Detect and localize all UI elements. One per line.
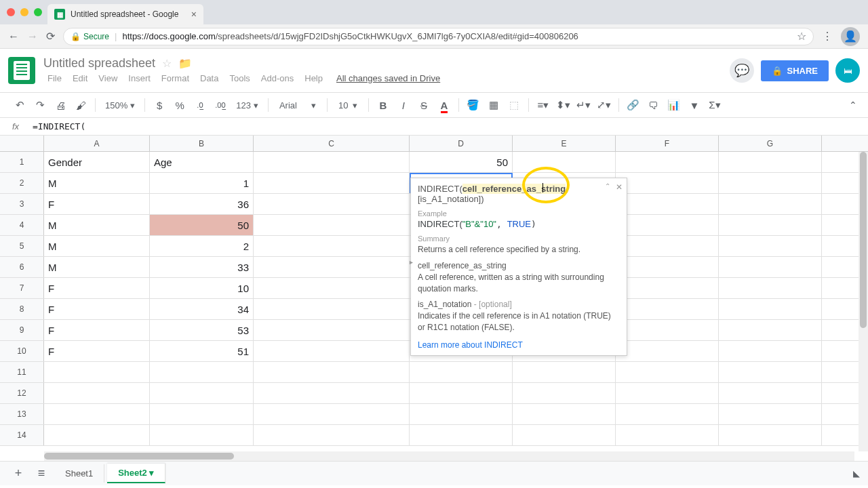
strikethrough-icon[interactable]: S — [415, 96, 433, 114]
menu-data[interactable]: Data — [196, 72, 222, 85]
cell[interactable] — [513, 425, 616, 445]
bookmark-icon[interactable]: ☆ — [797, 30, 806, 43]
cell[interactable] — [513, 362, 616, 382]
v-scrollbar[interactable] — [859, 152, 868, 451]
maximize-window-icon[interactable] — [34, 8, 42, 16]
cell[interactable] — [254, 236, 410, 256]
cell[interactable] — [150, 404, 254, 424]
cell[interactable]: 10 — [150, 278, 254, 298]
col-header[interactable]: A — [44, 136, 150, 151]
sheet-tab-active[interactable]: Sheet2 ▾ — [107, 464, 165, 483]
sheets-logo-icon[interactable] — [8, 57, 35, 84]
cell[interactable] — [254, 362, 410, 382]
redo-icon[interactable]: ↷ — [31, 96, 49, 114]
cell[interactable] — [616, 278, 719, 298]
row-header[interactable]: 14 — [0, 425, 44, 445]
cell[interactable] — [254, 383, 410, 403]
cell[interactable]: 33 — [150, 257, 254, 277]
spreadsheet-grid[interactable]: A B C D E F G 1GenderAge502M1=INDIRECT(3… — [0, 136, 868, 461]
col-header[interactable]: G — [719, 136, 822, 151]
cell[interactable] — [616, 320, 719, 340]
cell[interactable] — [150, 425, 254, 445]
cell[interactable] — [150, 362, 254, 382]
cell[interactable] — [616, 362, 719, 382]
cell[interactable] — [410, 362, 513, 382]
cell[interactable] — [513, 383, 616, 403]
cell[interactable] — [513, 404, 616, 424]
cell[interactable] — [44, 362, 150, 382]
h-align-icon[interactable]: ≡▾ — [534, 96, 552, 114]
cell[interactable] — [410, 404, 513, 424]
functions-icon[interactable]: Σ▾ — [706, 96, 724, 114]
insert-comment-icon[interactable]: 🗨 — [645, 96, 663, 114]
row-header[interactable]: 5 — [0, 236, 44, 256]
currency-icon[interactable]: $ — [151, 96, 168, 114]
fill-color-icon[interactable]: 🪣 — [465, 96, 482, 114]
add-sheet-icon[interactable]: + — [8, 464, 28, 484]
menu-format[interactable]: Format — [157, 72, 193, 85]
cell[interactable]: 50 — [150, 215, 254, 235]
cell[interactable]: 2 — [150, 236, 254, 256]
cell[interactable] — [719, 152, 822, 172]
cell[interactable] — [616, 173, 719, 193]
cell[interactable]: 53 — [150, 320, 254, 340]
menu-tools[interactable]: Tools — [225, 72, 254, 85]
star-doc-icon[interactable]: ☆ — [162, 57, 172, 70]
cell[interactable] — [616, 152, 719, 172]
cell[interactable] — [254, 152, 410, 172]
cell[interactable] — [616, 341, 719, 361]
filter-icon[interactable]: ▼ — [686, 96, 703, 114]
row-header[interactable]: 13 — [0, 404, 44, 424]
move-folder-icon[interactable]: 📁 — [178, 57, 192, 70]
cell[interactable] — [719, 257, 822, 277]
back-icon[interactable]: ← — [8, 30, 19, 43]
cell[interactable] — [254, 299, 410, 319]
v-align-icon[interactable]: ⬍▾ — [555, 96, 572, 114]
menu-addons[interactable]: Add-ons — [257, 72, 298, 85]
cell[interactable] — [44, 404, 150, 424]
cell[interactable] — [719, 362, 822, 382]
cell[interactable] — [616, 215, 719, 235]
col-header[interactable]: C — [254, 136, 410, 151]
percent-icon[interactable]: % — [171, 96, 189, 114]
browser-menu-icon[interactable]: ⋮ — [822, 30, 833, 43]
cell[interactable] — [719, 236, 822, 256]
h-scrollbar[interactable] — [44, 451, 854, 461]
cell[interactable] — [616, 299, 719, 319]
cell[interactable] — [616, 404, 719, 424]
col-header[interactable]: B — [150, 136, 254, 151]
print-icon[interactable]: 🖨 — [52, 96, 69, 114]
cell[interactable] — [719, 404, 822, 424]
bold-icon[interactable]: B — [374, 96, 392, 114]
share-button[interactable]: 🔒 SHARE — [761, 60, 829, 81]
save-status[interactable]: All changes saved in Drive — [336, 73, 440, 83]
cell[interactable]: Age — [150, 152, 254, 172]
cell[interactable]: M — [44, 215, 150, 235]
account-avatar[interactable]: 🛏 — [835, 58, 860, 83]
cell[interactable]: 50 — [410, 152, 513, 172]
explore-icon[interactable]: ◣ — [853, 468, 860, 479]
formula-input[interactable]: =INDIRECT( — [33, 121, 85, 131]
cell[interactable]: 51 — [150, 341, 254, 361]
cell[interactable]: F — [44, 194, 150, 214]
cell[interactable] — [44, 425, 150, 445]
close-tab-icon[interactable]: × — [191, 9, 197, 20]
url-field[interactable]: 🔒 Secure | https://docs.google.com/sprea… — [63, 28, 814, 45]
forward-icon[interactable]: → — [27, 30, 38, 43]
row-header[interactable]: 7 — [0, 278, 44, 298]
row-header[interactable]: 8 — [0, 299, 44, 319]
comments-icon[interactable]: 💬 — [730, 58, 754, 83]
merge-cells-icon[interactable]: ⬚ — [505, 96, 523, 114]
borders-icon[interactable]: ▦ — [485, 96, 502, 114]
browser-profile-avatar[interactable]: 👤 — [841, 27, 860, 46]
undo-icon[interactable]: ↶ — [11, 96, 28, 114]
all-sheets-icon[interactable]: ≡ — [31, 464, 52, 484]
row-header[interactable]: 11 — [0, 362, 44, 382]
menu-edit[interactable]: Edit — [68, 72, 92, 85]
collapse-help-icon[interactable]: ⌃ — [605, 182, 610, 190]
cell[interactable]: Gender — [44, 152, 150, 172]
row-header[interactable]: 12 — [0, 383, 44, 403]
row-header[interactable]: 9 — [0, 320, 44, 340]
collapse-toolbar-icon[interactable]: ⌃ — [849, 100, 857, 110]
text-wrap-icon[interactable]: ↵▾ — [575, 96, 593, 114]
